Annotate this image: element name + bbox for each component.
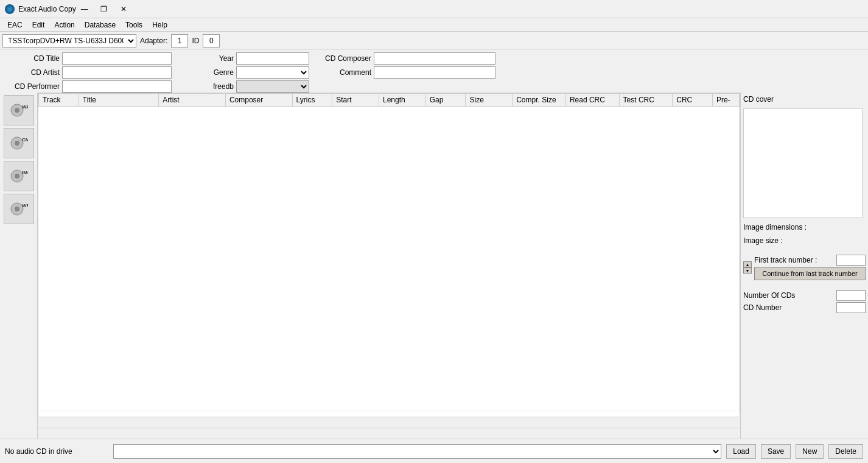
col-artist: Artist (159, 94, 226, 107)
menu-eac[interactable]: EAC (2, 19, 27, 30)
svg-text:WAV: WAV (22, 104, 28, 110)
col-pre: Pre- (713, 94, 740, 107)
svg-point-10 (15, 207, 19, 211)
number-of-cds-input[interactable] (836, 290, 866, 301)
number-of-cds-label: Number Of CDs (743, 291, 795, 300)
image-size-label: Image size : (743, 236, 783, 245)
close-button[interactable]: ✕ (115, 3, 132, 15)
col-track: Track (39, 94, 79, 107)
menu-tools[interactable]: Tools (121, 19, 147, 30)
col-gap: Gap (425, 94, 466, 107)
cd-composer-label: CD Composer (317, 54, 371, 63)
main-content: Track Title Artist Composer Lyrics Start… (38, 93, 740, 439)
cd-performer-input[interactable] (62, 80, 172, 93)
menu-bar: EAC Edit Action Database Tools Help (0, 18, 868, 32)
col-size: Size (466, 94, 513, 107)
save-button[interactable]: Save (761, 444, 791, 459)
cd-title-row: CD Title (5, 52, 172, 65)
menu-edit[interactable]: Edit (27, 19, 50, 30)
hscroll-inner (38, 417, 740, 418)
menu-help[interactable]: Help (147, 19, 172, 30)
first-track-number-label: First track number : (754, 256, 817, 264)
img-icon: IMG (10, 167, 28, 185)
cd-artist-row: CD Artist (5, 66, 172, 79)
genre-select[interactable]: Rock Pop Jazz Classical (236, 66, 309, 79)
sidebar-icon-wav[interactable]: WAV (4, 95, 34, 125)
cd-number-label: CD Number (743, 303, 782, 312)
sidebar-icon-wri[interactable]: WRI (4, 194, 34, 224)
cd-info: CD Title CD Artist CD Performer Year Gen… (0, 50, 868, 96)
col-read-crc: Read CRC (565, 94, 619, 107)
svg-text:IMG: IMG (22, 170, 28, 175)
cd-number-row: CD Number (743, 302, 866, 313)
number-of-cds-row: Number Of CDs (743, 290, 866, 301)
svg-point-4 (15, 141, 19, 146)
continue-button[interactable]: Continue from last track number (754, 267, 866, 280)
track-arrows: ▲ ▼ (743, 261, 752, 274)
cd-number-input[interactable] (836, 302, 866, 313)
track-arrow-up[interactable]: ▲ (743, 261, 752, 267)
restore-button[interactable]: ❐ (96, 3, 113, 15)
comment-input[interactable] (374, 66, 495, 79)
sidebar-icon-img[interactable]: IMG (4, 161, 34, 191)
sidebar-icon-cmp[interactable]: CMP (4, 128, 34, 158)
col-title: Title (79, 94, 159, 107)
first-track-number-input[interactable] (836, 255, 866, 266)
image-dimensions-label: Image dimensions : (743, 223, 807, 231)
hscroll-bar[interactable] (38, 417, 740, 428)
app-icon (5, 4, 15, 14)
svg-text:CMP: CMP (22, 137, 28, 143)
left-sidebar: WAV CMP IMG WRI (0, 93, 38, 439)
menu-database[interactable]: Database (80, 19, 121, 30)
number-of-cds-area: Number Of CDs CD Number (743, 290, 866, 314)
new-button[interactable]: New (796, 444, 824, 459)
col-crc: CRC (673, 94, 713, 107)
freedb-select[interactable] (236, 80, 309, 93)
col-start: Start (332, 94, 379, 107)
cd-performer-label: CD Performer (5, 82, 60, 91)
freedb-label: freedb (179, 82, 234, 91)
track-table: Track Title Artist Composer Lyrics Start… (38, 93, 740, 411)
window-controls: — ❐ ✕ (76, 3, 132, 15)
track-table-container[interactable]: Track Title Artist Composer Lyrics Start… (38, 93, 740, 439)
cd-artist-label: CD Artist (5, 68, 60, 77)
track-arrow-down[interactable]: ▼ (743, 267, 752, 274)
svg-point-7 (15, 174, 19, 178)
cd-composer-input[interactable] (374, 52, 495, 65)
image-dimensions-row: Image dimensions : (743, 223, 866, 231)
freedb-row: freedb (179, 80, 309, 93)
year-input[interactable] (236, 52, 309, 65)
id-label: ID (192, 37, 199, 45)
device-selector[interactable]: TSSTcorpDVD+RW TS-U633J D600 (2, 34, 136, 48)
load-button[interactable]: Load (726, 444, 756, 459)
title-bar: Exact Audio Copy — ❐ ✕ (0, 0, 868, 18)
device-bar: TSSTcorpDVD+RW TS-U633J D600 Adapter: ID (0, 32, 868, 50)
minimize-button[interactable]: — (76, 3, 93, 15)
cd-cover-box (743, 108, 863, 218)
col-composer: Composer (225, 94, 292, 107)
first-track-number-row: First track number : (754, 255, 866, 266)
first-track-area: ▲ ▼ First track number : Continue from l… (743, 255, 866, 280)
cd-title-label: CD Title (5, 54, 60, 63)
status-dropdown[interactable] (113, 444, 721, 459)
hscroll-container[interactable] (38, 417, 740, 428)
comment-label: Comment (317, 68, 371, 77)
table-row (39, 107, 740, 411)
comment-row: Comment (317, 66, 495, 79)
tiny-hscroll[interactable] (38, 428, 740, 439)
delete-button[interactable]: Delete (828, 444, 863, 459)
first-track-inner: First track number : Continue from last … (754, 255, 866, 280)
cd-composer-row: CD Composer (317, 52, 495, 65)
cd-cover-label: CD cover (743, 95, 866, 104)
id-input[interactable] (203, 34, 220, 48)
menu-action[interactable]: Action (49, 19, 79, 30)
col-lyrics: Lyrics (292, 94, 332, 107)
adapter-input[interactable] (171, 34, 188, 48)
genre-row: Genre Rock Pop Jazz Classical (179, 66, 309, 79)
cd-title-input[interactable] (62, 52, 172, 65)
genre-label: Genre (179, 68, 234, 77)
cd-artist-input[interactable] (62, 66, 172, 79)
cmp-icon: CMP (10, 134, 28, 152)
status-text: No audio CD in drive (5, 447, 108, 456)
col-test-crc: Test CRC (619, 94, 673, 107)
